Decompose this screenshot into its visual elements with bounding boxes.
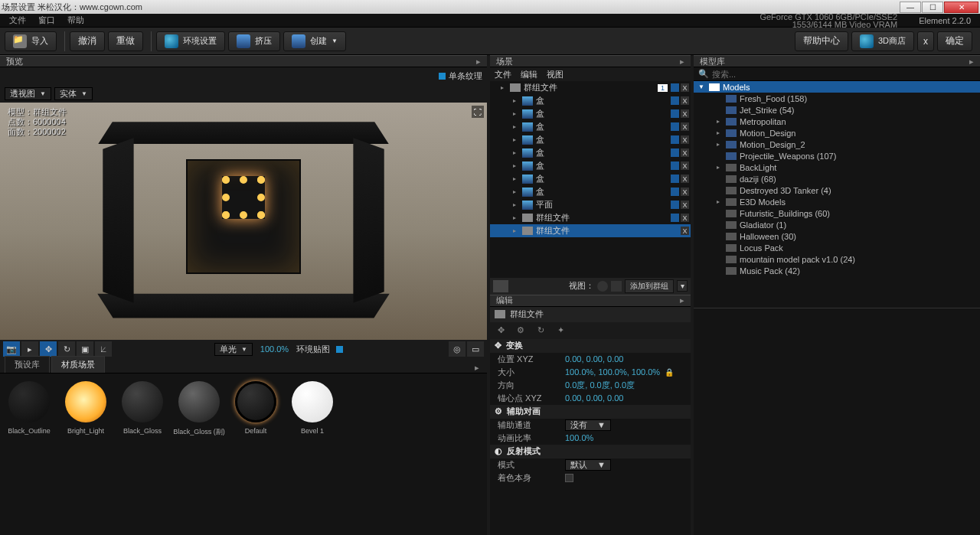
visibility-toggle[interactable]	[671, 201, 679, 209]
maximize-button[interactable]: ☐	[922, 2, 943, 13]
shop-button[interactable]: 3D商店	[851, 31, 914, 51]
tree-row[interactable]: ▸盒X	[490, 185, 691, 198]
aux-channel-dropdown[interactable]: 没有▼	[565, 419, 611, 431]
delete-icon[interactable]: X	[681, 135, 689, 144]
chevron-right-icon[interactable]: ▸	[680, 57, 684, 67]
chevron-right-icon[interactable]: ▸	[472, 363, 482, 373]
camera-tool[interactable]: 📷	[3, 341, 20, 357]
delete-icon[interactable]: X	[681, 83, 689, 92]
view-mode-b[interactable]	[611, 281, 622, 292]
tree-row[interactable]: ▸盒X	[490, 172, 691, 185]
delete-icon[interactable]: X	[681, 201, 689, 209]
delete-icon[interactable]: X	[681, 188, 689, 196]
anchor-value[interactable]: 0.00, 0.00, 0.00	[565, 393, 623, 403]
preset-tab[interactable]: 预设库	[5, 356, 50, 373]
menu-help[interactable]: 帮助	[61, 15, 90, 26]
delete-icon[interactable]: X	[681, 122, 689, 131]
display-icon[interactable]: ▭	[467, 341, 484, 357]
material-item[interactable]: Black_Outline	[6, 381, 52, 435]
visibility-toggle[interactable]	[671, 109, 679, 118]
lock-icon[interactable]: 🔒	[665, 368, 674, 377]
ok-button[interactable]: 确定	[937, 31, 972, 51]
delete-icon[interactable]: X	[681, 214, 689, 222]
redo-button[interactable]: 重做	[108, 31, 143, 51]
dropdown-icon[interactable]: ▾	[677, 280, 688, 292]
menu-file[interactable]: 文件	[3, 15, 32, 26]
create-button[interactable]: 创建▼	[283, 31, 346, 51]
model-tree-row[interactable]: Music Pack (42)	[694, 265, 980, 276]
color-swatch[interactable]	[565, 474, 573, 482]
model-tree-row[interactable]: Futuristic_Buildings (60)	[694, 207, 980, 219]
fullscreen-icon[interactable]: ⛶	[472, 106, 484, 118]
import-button[interactable]: 📁导入	[5, 31, 57, 51]
delete-icon[interactable]: X	[681, 148, 689, 157]
visibility-toggle[interactable]	[671, 148, 679, 157]
tree-row[interactable]: ▸盒X	[490, 133, 691, 146]
view-mode-dropdown[interactable]: 透视图▼	[5, 87, 51, 100]
reflect-mode-dropdown[interactable]: 默认▼	[565, 459, 611, 471]
material-item[interactable]: Black_Gloss (副)	[176, 381, 222, 437]
single-texture-toggle[interactable]	[439, 73, 446, 80]
chevron-right-icon[interactable]: ▸	[680, 295, 684, 305]
view-mode-a[interactable]	[597, 281, 608, 292]
model-tree-row[interactable]: daziji (68)	[694, 173, 980, 184]
visibility-toggle[interactable]	[671, 175, 679, 183]
menu-window[interactable]: 窗口	[32, 15, 61, 26]
environment-button[interactable]: 环境设置	[156, 31, 225, 51]
delete-icon[interactable]: X	[681, 96, 689, 105]
model-tree-row[interactable]: mountain model pack v1.0 (24)	[694, 253, 980, 265]
model-tree-row[interactable]: ▸Motion_Design_2	[694, 139, 980, 150]
visibility-toggle[interactable]	[671, 96, 679, 105]
scene-menu-edit[interactable]: 编辑	[521, 69, 537, 80]
visibility-toggle[interactable]	[671, 188, 679, 196]
model-tree-row[interactable]: Destroyed 3D Tanker (4)	[694, 184, 980, 196]
select-tool[interactable]: ▸	[21, 341, 38, 357]
material-item[interactable]: Black_Gloss	[119, 381, 165, 435]
extrude-button[interactable]: 挤压	[228, 31, 280, 51]
material-item[interactable]: Bright_Light	[63, 381, 109, 435]
delete-icon[interactable]: X	[681, 109, 689, 118]
model-tree-row[interactable]: ▸BackLight	[694, 161, 980, 173]
visibility-toggle[interactable]	[671, 122, 679, 131]
gear-icon[interactable]: ⚙	[514, 325, 527, 337]
visibility-toggle[interactable]	[671, 135, 679, 144]
help-center-button[interactable]: 帮助中心	[795, 31, 848, 51]
close-button[interactable]: ✕	[944, 2, 978, 13]
undo-button[interactable]: 撤消	[70, 31, 105, 51]
model-tree-row[interactable]: Projectile_Weapons (107)	[694, 150, 980, 161]
move-tool[interactable]: ✥	[40, 341, 57, 357]
scene-menu-view[interactable]: 视图	[547, 69, 564, 80]
tree-row[interactable]: ▸盒X	[490, 159, 691, 172]
model-tree-row[interactable]: Halloween (30)	[694, 230, 980, 242]
tree-row[interactable]: ▸盒X	[490, 146, 691, 159]
tree-row[interactable]: ▸群组文件1X	[490, 81, 691, 94]
visibility-toggle[interactable]	[671, 83, 679, 92]
material-item[interactable]: Bevel 1	[289, 381, 335, 435]
pan-icon[interactable]: ✦	[554, 325, 567, 337]
visibility-toggle[interactable]	[671, 227, 679, 235]
refresh-icon[interactable]: ↻	[534, 325, 547, 337]
model-tree-row[interactable]: Gladiator (1)	[694, 219, 980, 230]
material-scene-tab[interactable]: 材质场景	[51, 356, 105, 373]
size-value[interactable]: 100.0%, 100.0%, 100.0%	[565, 367, 660, 377]
tree-row[interactable]: ▸盒X	[490, 120, 691, 133]
delete-icon[interactable]: X	[681, 161, 689, 170]
model-tree-row[interactable]: Locus Pack	[694, 242, 980, 253]
tree-row[interactable]: ▸盒X	[490, 94, 691, 107]
chevron-right-icon[interactable]: ▸	[969, 57, 974, 67]
folder-icon[interactable]	[493, 280, 508, 292]
add-to-group-button[interactable]: 添加到群组	[625, 279, 674, 293]
shading-dropdown[interactable]: 实体▼	[54, 87, 93, 100]
zoom-value[interactable]: 100.0%	[260, 344, 289, 354]
model-tree-row[interactable]: ▸Motion_Design	[694, 127, 980, 139]
position-value[interactable]: 0.00, 0.00, 0.00	[565, 354, 623, 364]
light-mode-dropdown[interactable]: 单光▼	[214, 343, 253, 356]
model-tree-row[interactable]: ▸E3D Models	[694, 196, 980, 207]
chevron-right-icon[interactable]: ▸	[476, 57, 481, 67]
minimize-button[interactable]: —	[900, 2, 921, 13]
tree-row[interactable]: ▸群组文件X	[490, 224, 691, 237]
model-tree-row[interactable]: Jet_Strike (54)	[694, 104, 980, 116]
tree-row[interactable]: ▸群组文件X	[490, 211, 691, 224]
model-tree-row[interactable]: Fresh_Food (158)	[694, 93, 980, 104]
tree-row[interactable]: ▸盒X	[490, 107, 691, 120]
